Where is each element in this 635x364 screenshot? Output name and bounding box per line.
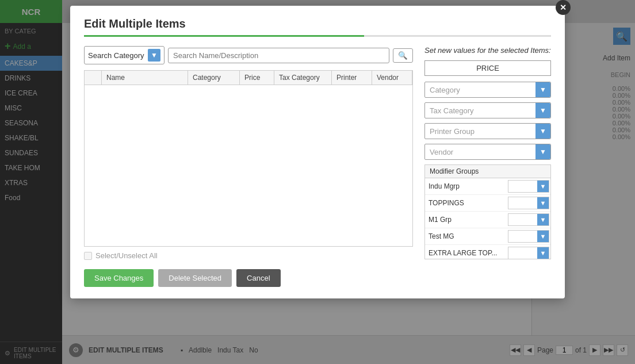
modifier-dropdown-2[interactable]: ▼: [508, 213, 549, 226]
table-header: Name Category Price Tax Category Printer…: [85, 71, 412, 85]
col-category: Category: [188, 71, 240, 85]
modifier-name-1: TOPPINGS: [429, 199, 508, 207]
save-changes-button[interactable]: Save Changes: [84, 269, 154, 287]
close-button[interactable]: ✕: [556, 0, 571, 15]
cancel-button[interactable]: Cancel: [236, 269, 280, 287]
printer-group-label: Printer Group: [425, 125, 535, 138]
printer-group-field[interactable]: Printer Group ▼: [424, 123, 551, 139]
search-category-arrow[interactable]: ▼: [148, 49, 160, 62]
category-field[interactable]: Category ▼: [424, 82, 551, 98]
modifier-name-4: EXTRA LARGE TOP...: [429, 249, 508, 257]
col-tax-category: Tax Category: [274, 71, 332, 85]
modifier-dropdown-4[interactable]: ▼: [508, 247, 549, 259]
modifier-dropdown-1[interactable]: ▼: [508, 197, 549, 209]
col-name: Name: [102, 71, 188, 85]
modifier-name-0: Indu Mgrp: [429, 182, 508, 190]
modifier-arrow-1[interactable]: ▼: [537, 197, 549, 209]
modifier-name-3: Test MG: [429, 232, 508, 240]
modifier-arrow-2[interactable]: ▼: [537, 214, 549, 225]
category-label: Category: [425, 83, 535, 97]
search-category-label: Search Category: [88, 51, 148, 60]
search-name-input[interactable]: [168, 48, 389, 63]
action-buttons: Save Changes Delete Selected Cancel: [84, 269, 413, 287]
modifier-groups-section: Modifier Groups Indu Mgrp ▼ TOPPINGS: [424, 164, 551, 259]
select-all-label: Select/Unselect All: [95, 251, 158, 260]
modifier-arrow-4[interactable]: ▼: [537, 247, 549, 259]
modal-body: Search Category ▼ 🔍 Name Category Price: [84, 46, 551, 287]
modal-divider: [84, 35, 551, 37]
modifier-row-4: EXTRA LARGE TOP... ▼: [425, 245, 550, 259]
tax-category-field[interactable]: Tax Category ▼: [424, 102, 551, 118]
col-vendor: Vendor: [372, 71, 412, 85]
col-printer: Printer: [332, 71, 372, 85]
edit-multiple-modal: ✕ Edit Multiple Items Search Category ▼ …: [70, 6, 565, 298]
right-panel-title: Set new values for the selected Items:: [424, 46, 551, 55]
modal-title: Edit Multiple Items: [84, 17, 551, 30]
right-panel: Set new values for the selected Items: P…: [424, 46, 551, 287]
modifier-row-2: M1 Grp ▼: [425, 212, 550, 228]
modal-overlay: ✕ Edit Multiple Items Search Category ▼ …: [0, 0, 635, 364]
vendor-field[interactable]: Vendor ▼: [424, 144, 551, 160]
price-button[interactable]: PRICE: [424, 60, 551, 76]
search-button[interactable]: 🔍: [393, 48, 413, 63]
modifier-arrow-3[interactable]: ▼: [537, 231, 549, 242]
modifier-row-3: Test MG ▼: [425, 228, 550, 245]
modifier-groups-header: Modifier Groups: [425, 165, 550, 178]
modifier-name-2: M1 Grp: [429, 216, 508, 224]
tax-category-dropdown-arrow[interactable]: ▼: [535, 103, 550, 118]
printer-group-dropdown-arrow[interactable]: ▼: [535, 124, 550, 139]
modifier-dropdown-3[interactable]: ▼: [508, 230, 549, 243]
modifier-row-1: TOPPINGS ▼: [425, 195, 550, 212]
modifier-arrow-0[interactable]: ▼: [537, 181, 549, 192]
col-price: Price: [240, 71, 274, 85]
select-all-checkbox[interactable]: [84, 252, 92, 260]
search-category-select[interactable]: Search Category ▼: [84, 46, 165, 64]
modifier-row-0: Indu Mgrp ▼: [425, 178, 550, 195]
search-icon: 🔍: [398, 51, 408, 60]
vendor-dropdown-arrow[interactable]: ▼: [535, 144, 550, 159]
col-checkbox: [85, 71, 102, 85]
delete-selected-button[interactable]: Delete Selected: [158, 269, 232, 287]
search-row: Search Category ▼ 🔍: [84, 46, 413, 64]
category-dropdown-arrow[interactable]: ▼: [535, 82, 550, 97]
table-body: [85, 85, 412, 246]
modifier-dropdown-0[interactable]: ▼: [508, 180, 549, 193]
vendor-label: Vendor: [425, 145, 535, 159]
tax-category-label: Tax Category: [425, 104, 535, 117]
modifier-groups-body: Indu Mgrp ▼ TOPPINGS ▼: [425, 178, 550, 259]
left-panel: Search Category ▼ 🔍 Name Category Price: [84, 46, 413, 287]
select-all-row: Select/Unselect All: [84, 251, 413, 260]
items-table-wrapper: Name Category Price Tax Category Printer…: [84, 70, 413, 247]
